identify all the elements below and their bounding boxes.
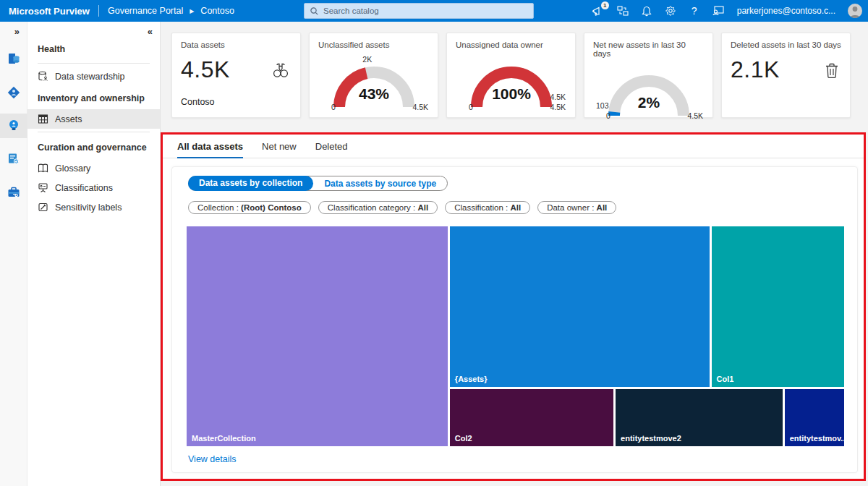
filter-label: Classification :: [454, 203, 508, 212]
gauge-value-label: 103: [596, 101, 609, 110]
sensitivity-label-icon: [38, 202, 48, 213]
data-map-icon[interactable]: [0, 80, 27, 105]
gauge-min: 0: [469, 103, 473, 111]
chart-mode-toggle: Data assets by collection Data assets by…: [188, 176, 448, 191]
data-policy-icon[interactable]: [0, 147, 27, 171]
notifications-icon[interactable]: [640, 4, 653, 17]
tab-bar: All data assets Net new Deleted: [163, 135, 864, 158]
breadcrumb-tenant[interactable]: Contoso: [200, 6, 234, 16]
sidebar-item-data-stewardship[interactable]: Data stewardship: [27, 67, 160, 86]
database-person-icon: [38, 71, 48, 82]
treemap-tile-col2[interactable]: Col2: [450, 389, 613, 446]
assets-insights-panel: All data assets Net new Deleted Data ass…: [161, 132, 866, 481]
sidebar-item-label: Sensitivity labels: [55, 202, 122, 213]
gauge-value-label: 4.5K: [550, 93, 566, 101]
breadcrumb-arrow-icon: ▶: [190, 8, 194, 14]
tile-label: entitytestmov...: [790, 434, 844, 443]
binoculars-icon: [271, 62, 290, 82]
filter-label: Classification category :: [328, 203, 415, 212]
gauge-unclassified: 43% 2K 0 4.5K: [318, 56, 430, 113]
topbar-divider: [98, 5, 99, 17]
settings-icon[interactable]: [664, 4, 677, 17]
search-input[interactable]: Search catalog: [304, 3, 534, 19]
toggle-by-source-type[interactable]: Data assets by source type: [313, 176, 447, 191]
treemap-tile-assets[interactable]: {Assets}: [450, 226, 710, 387]
filter-data-owner[interactable]: Data owner : All: [537, 201, 616, 214]
gauge-percent: 43%: [318, 85, 430, 103]
gauge-max: 4.5K: [687, 111, 703, 120]
tab-all-data-assets[interactable]: All data assets: [177, 141, 243, 158]
filter-value: (Root) Contoso: [241, 203, 302, 212]
sidebar-item-classifications[interactable]: Classifications: [27, 178, 160, 197]
feedback-icon[interactable]: [712, 4, 725, 17]
treemap-tile-entitytestmove[interactable]: entitytestmov...: [785, 389, 844, 446]
tab-net-new[interactable]: Net new: [262, 141, 297, 158]
notification-badge: 1: [601, 1, 609, 9]
gauge-unassigned-owner: 100% 4.5K 0 4.5K: [456, 56, 567, 113]
announcements-icon[interactable]: 1: [592, 4, 605, 17]
user-email[interactable]: parkerjones@contoso.c...: [737, 6, 835, 16]
table-icon: [38, 114, 48, 124]
card-net-new-assets[interactable]: Net new assets in last 30 days 2% 103 0 …: [584, 33, 713, 118]
top-app-bar: Microsoft Purview Governance Portal ▶ Co…: [0, 0, 868, 22]
menu-collapse-icon[interactable]: «: [27, 22, 160, 37]
menu-header-curation: Curation and governance: [27, 135, 160, 158]
card-data-assets[interactable]: Data assets 4.5K Contoso: [171, 33, 301, 118]
treemap-chart: MasterCollection {Assets} Col1 Col2: [187, 226, 844, 446]
sidebar-item-sensitivity-labels[interactable]: Sensitivity labels: [27, 197, 160, 217]
filter-classification-category[interactable]: Classification category : All: [318, 201, 438, 214]
sidebar-item-label: Data stewardship: [55, 72, 125, 82]
card-unclassified-assets[interactable]: Unclassified assets 43% 2K 0 4.5K: [309, 33, 438, 118]
toggle-by-collection[interactable]: Data assets by collection: [188, 176, 313, 191]
book-icon: [38, 163, 48, 174]
gauge-value-label: 2K: [362, 55, 372, 64]
avatar[interactable]: [848, 4, 862, 18]
treemap-tile-mastercollection[interactable]: MasterCollection: [187, 226, 448, 446]
menu-divider: [38, 132, 150, 132]
treemap-tile-col1[interactable]: Col1: [712, 226, 844, 387]
gauge-max: 4.5K: [550, 103, 566, 111]
filter-collection[interactable]: Collection : (Root) Contoso: [188, 201, 311, 214]
tab-deleted[interactable]: Deleted: [315, 141, 348, 158]
card-title: Data assets: [181, 40, 292, 49]
menu-divider: [38, 63, 150, 64]
filter-label: Data owner :: [547, 203, 594, 212]
card-title: Net new assets in last 30 days: [593, 40, 704, 58]
nav-menu: « Health Data stewardship Inventory and …: [27, 22, 161, 486]
tile-label: {Assets}: [455, 375, 488, 383]
insights-icon[interactable]: [0, 114, 27, 138]
sidebar-item-label: Classifications: [55, 183, 113, 193]
sidebar-item-label: Glossary: [55, 163, 90, 174]
menu-header-health: Health: [27, 37, 160, 60]
rail-expand-icon[interactable]: »: [0, 22, 27, 38]
tile-label: entitytestmove2: [621, 434, 681, 443]
tenant-switch-icon[interactable]: [616, 4, 629, 17]
sidebar-item-assets[interactable]: Assets: [27, 109, 160, 129]
search-icon: [310, 7, 318, 15]
gauge-max: 4.5K: [412, 103, 428, 111]
management-icon[interactable]: [0, 180, 27, 205]
main-content: Data assets 4.5K Contoso Unclassified as…: [161, 22, 868, 486]
data-catalog-icon[interactable]: [0, 47, 27, 72]
nav-rail: »: [0, 22, 27, 486]
treemap-tile-entitytestmove2[interactable]: entitytestmove2: [616, 389, 783, 446]
card-title: Unclassified assets: [318, 40, 429, 49]
kpi-cards-row: Data assets 4.5K Contoso Unclassified as…: [171, 33, 851, 118]
filter-chips: Collection : (Root) Contoso Classificati…: [188, 201, 616, 214]
help-icon[interactable]: ?: [688, 4, 701, 17]
gauge-min: 0: [331, 103, 336, 111]
card-title: Unassigned data owner: [456, 40, 566, 49]
breadcrumb-portal[interactable]: Governance Portal: [108, 6, 183, 16]
search-placeholder: Search catalog: [323, 7, 379, 15]
view-details-link[interactable]: View details: [188, 454, 236, 464]
filter-classification[interactable]: Classification : All: [445, 201, 530, 214]
card-unassigned-data-owner[interactable]: Unassigned data owner 100% 4.5K 0 4.5K: [446, 33, 576, 118]
card-subtitle: Contoso: [181, 97, 215, 107]
gauge-percent: 2%: [593, 94, 705, 111]
filter-value: All: [510, 203, 521, 212]
tile-label: MasterCollection: [192, 434, 256, 443]
app-brand[interactable]: Microsoft Purview: [9, 6, 90, 17]
menu-header-inventory: Inventory and ownership: [27, 86, 160, 109]
sidebar-item-glossary[interactable]: Glossary: [27, 158, 160, 178]
card-deleted-assets[interactable]: Deleted assets in last 30 days 2.1K: [721, 33, 851, 118]
